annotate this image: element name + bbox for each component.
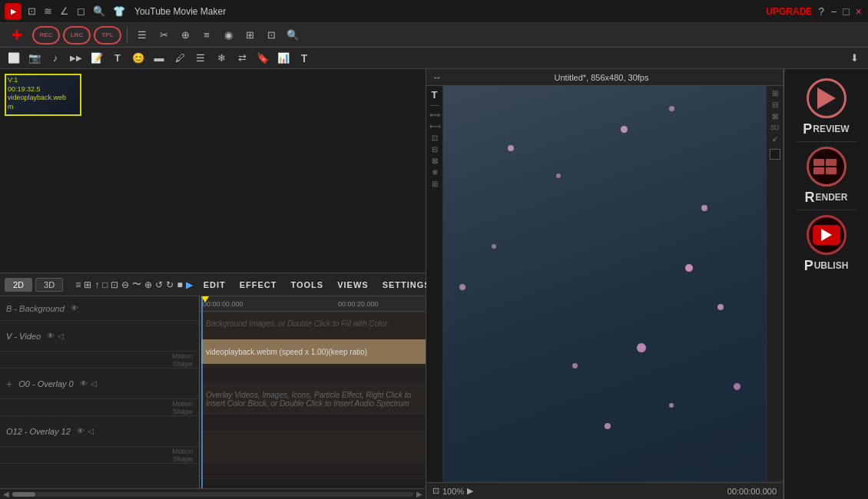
tl-redo-icon[interactable]: ↻: [166, 277, 174, 292]
scroll-left-arrow[interactable]: ◀: [3, 490, 9, 498]
tl-undo-icon[interactable]: ↺: [155, 277, 163, 292]
tl-grid-icon[interactable]: ⊞: [84, 277, 91, 292]
tl-play-icon[interactable]: ▶: [186, 277, 193, 292]
toolbar-icon-5[interactable]: 🔍: [93, 5, 105, 17]
tl-list-icon[interactable]: ≡: [75, 277, 81, 292]
tl-sq-icon[interactable]: □: [102, 277, 108, 292]
section-effect[interactable]: EFFECT: [235, 279, 282, 291]
section-edit[interactable]: EDIT: [199, 279, 230, 291]
overlay12-audio-icon[interactable]: ◁: [88, 427, 94, 435]
toolbar-icon-6[interactable]: 👕: [113, 5, 125, 17]
preview-side-icon-3[interactable]: ⊡: [432, 134, 438, 142]
close-button[interactable]: ×: [856, 5, 862, 18]
snow-icon[interactable]: ❄: [212, 49, 230, 68]
section-tools[interactable]: TOOLS: [286, 279, 328, 291]
square-icon[interactable]: ⊡: [262, 26, 280, 45]
subtitle-icon[interactable]: 📝: [88, 49, 106, 68]
preview-side-icon-1[interactable]: ⟺: [429, 111, 440, 119]
ruler-mark-1: 00:00:20.000: [338, 300, 379, 308]
download-icon[interactable]: ⬇: [845, 49, 863, 68]
play-preview-icon[interactable]: ▶: [467, 486, 473, 496]
tl-wave-icon[interactable]: 〜: [132, 277, 141, 292]
pen-icon[interactable]: 🖊: [171, 49, 189, 68]
music-icon[interactable]: ♪: [46, 49, 65, 68]
add-icon[interactable]: ⊕: [176, 26, 194, 45]
publish-action-btn[interactable]: PUBLISH: [792, 213, 861, 275]
render-circle: [807, 147, 846, 187]
text-T-icon[interactable]: T: [432, 89, 438, 101]
right-tool-4[interactable]: 3D: [770, 124, 780, 131]
bar-icon[interactable]: ▬: [150, 49, 168, 68]
maximize-button[interactable]: □: [843, 5, 849, 18]
minimize-button[interactable]: −: [830, 5, 837, 18]
preview-side-icon-2[interactable]: ⟻: [429, 122, 440, 131]
video-icon[interactable]: ⬜: [5, 49, 23, 68]
toolbar-icon-4[interactable]: ◻: [77, 5, 85, 17]
text-icon[interactable]: T: [108, 49, 127, 68]
scroll-track[interactable]: [12, 492, 413, 497]
tl-stop-icon[interactable]: ■: [177, 277, 182, 292]
swap-icon[interactable]: ⇄: [233, 49, 251, 68]
video-clip[interactable]: videoplayback.webm (speed x 1.00)(keep r…: [201, 339, 426, 364]
list2-icon[interactable]: ☰: [191, 49, 210, 68]
preview-side-icon-7[interactable]: ⊞: [432, 180, 438, 188]
tl-sq2-icon[interactable]: ⊡: [111, 277, 118, 292]
overlay12-eye-icon[interactable]: 👁: [77, 427, 84, 435]
tab-3d[interactable]: 3D: [35, 278, 63, 292]
video-eye-icon[interactable]: 👁: [47, 332, 55, 340]
menu-icon[interactable]: ☰: [133, 26, 151, 45]
lrc-button[interactable]: LRC: [63, 26, 91, 45]
grid-icon[interactable]: ⊞: [240, 26, 259, 45]
tl-up-icon[interactable]: ↑: [94, 277, 99, 292]
emoji-icon[interactable]: 😊: [129, 49, 147, 68]
search-icon[interactable]: 🔍: [283, 26, 302, 45]
right-tool-2[interactable]: ⊟: [772, 101, 778, 109]
ff-icon[interactable]: ▶▶: [67, 49, 85, 68]
list-icon[interactable]: ≡: [197, 26, 216, 45]
add-track-btn[interactable]: +: [6, 378, 12, 390]
particle-6: [685, 264, 693, 272]
preview-action-btn[interactable]: PREVIEW: [792, 77, 861, 138]
expand-icon[interactable]: ⊡: [432, 486, 439, 496]
render-action-btn[interactable]: RENDER: [792, 145, 861, 207]
tl-plus-icon[interactable]: ⊕: [144, 277, 152, 292]
toolbar-icon-1[interactable]: ⊡: [28, 5, 36, 17]
preview-side-icon-5[interactable]: ⊠: [432, 157, 438, 165]
bigtext-icon[interactable]: T: [295, 49, 313, 68]
preview-section: ↔ Untitled*, 856x480, 30fps T ⟺ ⟻ ⊡ ⊟ ⊠: [426, 69, 784, 499]
text-tool-overlay: T ⟺ ⟻ ⊡ ⊟ ⊠ ❄ ⊞: [426, 86, 443, 482]
preview-expand-icon[interactable]: ↔: [432, 72, 442, 83]
right-tool-3[interactable]: ⊠: [772, 112, 778, 121]
media-clip-thumb[interactable]: V:1 00:19:32.5 videoplayback.web m: [5, 74, 81, 116]
chart-icon[interactable]: 📊: [274, 49, 293, 68]
video-audio-icon[interactable]: ◁: [58, 332, 64, 340]
bg-eye-icon[interactable]: 👁: [71, 304, 78, 312]
tab-2d[interactable]: 2D: [5, 278, 32, 292]
preview-side-icon-6[interactable]: ❄: [432, 168, 438, 177]
youtube-logo: [813, 225, 840, 245]
upgrade-button[interactable]: UPGRADE: [766, 6, 812, 17]
tpl-button[interactable]: TPL: [94, 26, 121, 45]
help-button[interactable]: ?: [818, 5, 824, 18]
bookmark-icon[interactable]: 🔖: [253, 49, 272, 68]
preview-side-icon-4[interactable]: ⊟: [432, 145, 438, 154]
circle-icon[interactable]: ◉: [219, 26, 237, 45]
add-button[interactable]: +: [5, 23, 29, 48]
rec-button[interactable]: REC: [32, 26, 60, 45]
toolbar-icon-2[interactable]: ≋: [44, 5, 52, 17]
overlay0-eye-icon[interactable]: 👁: [80, 379, 88, 388]
color-picker[interactable]: [770, 149, 780, 160]
tl-minus-icon[interactable]: ⊖: [121, 277, 129, 292]
scroll-right-arrow[interactable]: ▶: [416, 490, 422, 498]
overlay0-audio-icon[interactable]: ◁: [91, 379, 97, 388]
toolbar-icon-3[interactable]: ∠: [60, 5, 69, 17]
timeline-scrollbar[interactable]: ◀ ▶: [0, 488, 426, 499]
scroll-thumb[interactable]: [12, 492, 35, 497]
cut-icon[interactable]: ✂: [154, 26, 173, 45]
right-tool-1[interactable]: ⊞: [772, 89, 778, 97]
particle-2: [556, 173, 561, 178]
right-tool-5[interactable]: ↙: [772, 134, 778, 143]
track-row-overlay0: Overlay Videos, Images, Icons, Particle …: [200, 384, 426, 415]
camera-icon[interactable]: 📷: [25, 49, 44, 68]
section-views[interactable]: VIEWS: [333, 279, 373, 291]
